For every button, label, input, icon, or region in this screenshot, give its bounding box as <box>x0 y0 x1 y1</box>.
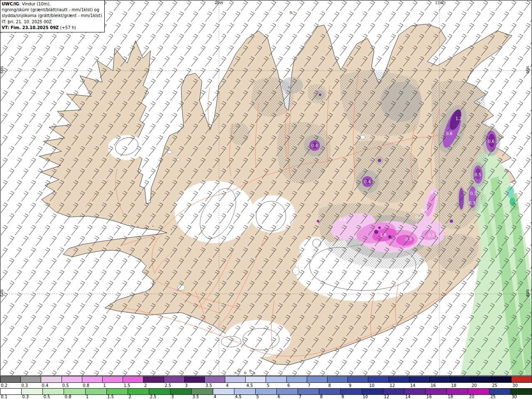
wind-barbs-layer <box>0 0 532 376</box>
colorbar-cell <box>256 389 277 394</box>
latitude-label: 64N <box>526 289 530 297</box>
colorbar-tick-label: 0.3 <box>20 383 41 388</box>
longitude-label: 15W <box>435 1 443 5</box>
colorbar-cell <box>82 377 103 382</box>
colorbar-tick-label: 0.8 <box>64 395 85 399</box>
colorbar-tick-label: 5 <box>255 395 276 399</box>
lead-time: (+57 h) <box>59 25 76 30</box>
colorbar-cell <box>41 377 62 382</box>
colorbar-cell <box>107 389 128 394</box>
precip-value-label: 0.4 <box>364 180 371 184</box>
colorbar-cell <box>170 389 192 394</box>
colorbar-cell <box>319 389 340 394</box>
colorbar-tick-label: 8 <box>328 383 348 388</box>
colorbar-tick-label: 3.5 <box>204 383 225 388</box>
colorbar-cell <box>149 389 170 394</box>
colorbar-cell <box>368 377 389 382</box>
latitude-label: 66N <box>0 66 4 74</box>
info-line-sleet: slydda/snjókoma (grátt/bleikt/grænt - mm… <box>2 13 102 19</box>
colorbar-tick-label: 30 <box>512 383 532 388</box>
colorbar-cell <box>0 389 22 394</box>
colorbar-tick-label: 2.5 <box>164 383 184 388</box>
colorbar-tick-label: 12 <box>389 383 409 388</box>
colorbar-cell <box>21 377 41 382</box>
colorbar-rain: 0.10.30.50.811.522.533.544.5567891012141… <box>0 388 532 399</box>
colorbar-tick-label: 18 <box>450 383 470 388</box>
colorbar-tick-label: 14 <box>409 383 430 388</box>
colorbar-cell <box>86 389 107 394</box>
colorbar-cell <box>511 389 532 394</box>
precip-value-label: 0.4 <box>311 143 318 148</box>
colorbar-cell <box>205 377 225 382</box>
latitude-label: 64N <box>0 289 4 297</box>
colorbar-tick-label: 9 <box>348 383 368 388</box>
colorbar-cell <box>348 377 368 382</box>
precip-value-label: 1.2 <box>456 116 462 121</box>
colorbar-sleet: 0.20.30.40.50.811.522.533.544.5567891012… <box>0 376 532 388</box>
colorbar-tick-label: 6 <box>277 395 298 399</box>
colorbar-tick-label: 2 <box>128 395 149 399</box>
colorbar-cell <box>341 389 362 394</box>
precip-value-label: 0.6 <box>446 131 453 136</box>
colorbar-tick-label: 8 <box>319 395 340 399</box>
colorbar-cell <box>430 377 450 382</box>
map-info-box: UWC/IG: Vindur (10m), rigning/skúrir (gr… <box>0 0 105 32</box>
precip-value-label: 0.5 <box>428 233 435 238</box>
colorbar-cell <box>470 377 491 382</box>
colorbar-cell <box>164 377 185 382</box>
colorbar-cell <box>450 377 470 382</box>
colorbar-cell <box>491 377 512 382</box>
colorbar-tick-label: 1 <box>102 383 123 388</box>
colorbar-cell <box>192 389 213 394</box>
colorbar-cell <box>234 389 256 394</box>
colorbar-sleet-labels: 0.20.30.40.50.811.522.533.544.5567891012… <box>0 383 532 388</box>
colorbar-tick-label: 0.4 <box>41 383 61 388</box>
colorbar-tick-label: 1.5 <box>123 383 143 388</box>
colorbar-cell <box>328 377 348 382</box>
precip-value-label: 0.4 <box>339 217 346 222</box>
colorbar-tick-label: 4.5 <box>234 395 255 399</box>
product-desc: : Vindur (10m), <box>19 2 51 6</box>
colorbar-tick-label: 20 <box>468 395 489 399</box>
colorbar-cell <box>266 377 286 382</box>
colorbar-tick-label: 3 <box>184 383 204 388</box>
precip-value-label: 0.4 <box>415 215 422 219</box>
colorbar-tick-label: 25 <box>490 395 511 399</box>
colorbar-tick-label: 4.5 <box>246 383 266 388</box>
info-line-valid-time: VT: Fim. 23.10.2025 09Z (+57 h) <box>2 25 102 31</box>
colorbar-rain-labels: 0.10.30.50.811.522.533.544.5567891012141… <box>0 395 532 399</box>
colorbar-tick-label: 20 <box>470 383 491 388</box>
colorbar-tick-label: 0.5 <box>62 383 82 388</box>
info-line-rain: rigning/skúrir (grænt/blátt/rautt - mm/1… <box>2 7 102 13</box>
precip-value-label: 1.8 <box>380 233 387 237</box>
colorbar-tick-label: 0.3 <box>21 395 42 399</box>
colorbar-tick-label: 10 <box>368 383 389 388</box>
colorbar-cell <box>362 389 383 394</box>
weather-map-screen: 0.40.41.20.60.60.50.30.30.40.40.40.41.80… <box>0 0 532 399</box>
colorbar-cell <box>64 389 85 394</box>
colorbar-tick-label: 25 <box>491 383 512 388</box>
info-line-init-time: IT: þri. 21. 10. 2025 00Z <box>2 19 102 25</box>
colorbar-tick-label: 14 <box>404 395 426 399</box>
colorbar-tick-label: 0.5 <box>42 395 64 399</box>
colorbar-cell <box>468 389 489 394</box>
colorbar-cell <box>307 377 328 382</box>
colorbar-cell <box>62 377 82 382</box>
colorbar-tick-label: 6 <box>286 383 307 388</box>
colorbar-tick-label: 7 <box>307 383 328 388</box>
colorbar-cell <box>103 377 123 382</box>
colorbar-cell <box>246 377 266 382</box>
colorbar-cell <box>128 389 149 394</box>
colorbar-cell <box>123 377 143 382</box>
precip-value-label: 0.9 <box>405 237 412 241</box>
colorbar-tick-label: 16 <box>426 395 447 399</box>
colorbar-tick-label: 10 <box>362 395 383 399</box>
colorbar-sleet-strip <box>0 376 532 383</box>
precip-value-label: 0.4 <box>421 208 428 213</box>
map-canvas: 0.40.41.20.60.60.50.30.30.40.40.40.41.80… <box>0 0 532 376</box>
colorbar-tick-label: 3 <box>170 395 192 399</box>
colorbar-cell <box>389 377 409 382</box>
colorbar-cell <box>43 389 64 394</box>
colorbar-tick-label: 1.5 <box>106 395 128 399</box>
colorbar-cell <box>277 389 298 394</box>
